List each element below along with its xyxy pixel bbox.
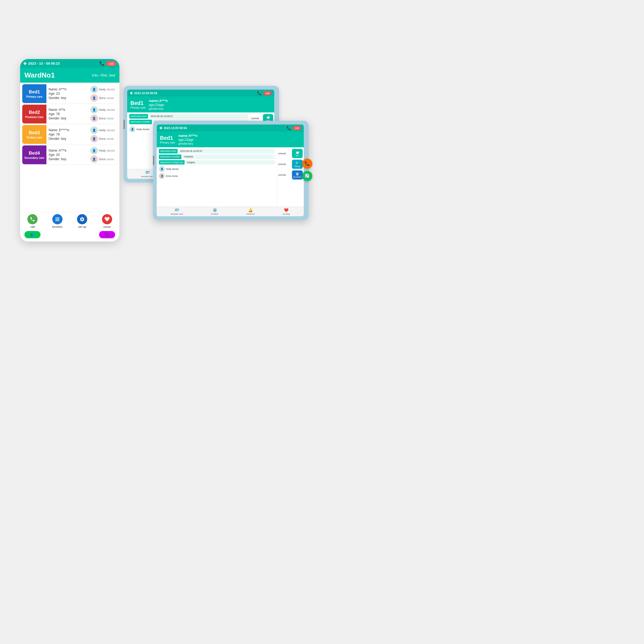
- ward-title: WardNo1: [24, 71, 55, 79]
- tablet-front-call-button[interactable]: call: [293, 126, 301, 130]
- bed4-nurse-row: 👤 Dora nurse: [90, 155, 115, 163]
- bed2-nurse-role: nurse: [107, 117, 114, 120]
- bed2-info: Name: A**e Age: 78 Gender: boy: [46, 106, 88, 122]
- function-icon: [52, 214, 63, 224]
- tablet-back-header: ✚ 2023.10.09 08:56 📞 call: [127, 90, 274, 97]
- tab-front-reinforce[interactable]: 🔔 reinforce: [246, 208, 255, 215]
- tab-bedside-card[interactable]: 🪪 bedside card: [141, 170, 153, 178]
- bed3-doctor-role: doctor: [107, 129, 115, 132]
- nav-function[interactable]: function: [52, 214, 63, 228]
- phone-bottom-nav: call function set up nurse: [20, 212, 119, 229]
- tab-front-nursing[interactable]: ❤️ nursing: [283, 208, 290, 215]
- bed4-label: Bed4 Secondary care: [22, 145, 46, 164]
- tablet-front-nurse-name: Dora nurse: [166, 175, 178, 177]
- tablet-front-prevention-button[interactable]: 🛡️ prevention: [292, 170, 303, 180]
- nurse-icon: [102, 214, 112, 224]
- bedside-card-label: bedside card: [141, 175, 153, 178]
- nav-nurse-label: nurse: [103, 225, 111, 228]
- tablet-front-allergy-label: allergy: [295, 165, 300, 167]
- table-row[interactable]: Bed4 Secondary care Name: A***e Age: 20 …: [22, 145, 117, 164]
- tablet-back-call-button[interactable]: call: [263, 91, 272, 95]
- bed1-name: Name: A***n: [49, 87, 86, 91]
- bed3-nurse-role: nurse: [107, 137, 114, 140]
- bed1-age: Age: 23: [49, 92, 86, 96]
- tablet-back-name: name:A***n: [149, 99, 168, 103]
- bed3-doctor-row: 👤 Hedy doctor: [90, 126, 115, 134]
- front-function-icon: ⚙️: [213, 208, 217, 212]
- bed4-name: Name: A***e: [49, 149, 86, 152]
- phone-header: ✚ 2023 - 10 - 09 09:23 📞 call: [20, 59, 119, 68]
- tablet-back-bed-care: Primary care: [130, 106, 146, 109]
- bed2-nurse-name: Dora: [99, 117, 105, 120]
- bed2-doctor-avatar: 👤: [90, 106, 98, 114]
- bed1-care: Primary care: [26, 95, 43, 98]
- tablet-front-diet-button[interactable]: 🍽️ diet: [292, 149, 303, 158]
- tablet-front-right-row2: normal 🔍 allergy: [278, 160, 303, 169]
- tab-front-function[interactable]: ⚙️ function: [211, 208, 218, 215]
- tablet-front-status1: normal: [278, 152, 286, 155]
- bed3-age: Age: 78: [49, 133, 86, 136]
- table-row[interactable]: Bed2 Premium Care Name: A**e Age: 78 Gen…: [22, 105, 117, 123]
- tablet-back-header-left: ✚ 2023.10.09 08:56: [130, 91, 157, 95]
- ward-banner: WardNo1 1No.~5No. bed: [20, 68, 119, 83]
- nav-call-label: call: [30, 225, 35, 228]
- table-row[interactable]: Bed1 Primary care Name: A***n Age: 23 Ge…: [22, 84, 117, 103]
- tablet-front-prevention-icon: 🛡️: [295, 172, 299, 176]
- tablet-front-bed-num: Bed1: [160, 135, 175, 141]
- tablet-front-screen: ✚ 2023.10.09 08:56 📞 call Bed1 Primary c…: [157, 125, 304, 216]
- tablet-front-right: normal 🍽️ diet normal 🔍 allergy normal: [277, 147, 304, 207]
- tablet-front-allergy-icon: 🔍: [295, 162, 299, 165]
- phone-call-button[interactable]: call: [106, 61, 116, 66]
- nav-setup[interactable]: set up: [77, 214, 87, 228]
- tablet-front-nurse-avatar: 👤: [159, 173, 165, 179]
- tablet-front-diet-label: diet: [296, 155, 299, 156]
- tablet-front-device: 📞 🔄 ✚ 2023.10.09 08:56 📞 call Bed1 Prima…: [153, 121, 309, 220]
- tablet-front-prevention-label: prevention: [293, 176, 302, 178]
- tab-front-bedside-card[interactable]: 🪪 bedside card: [171, 208, 183, 215]
- nav-call[interactable]: call: [27, 214, 38, 228]
- group-button[interactable]: 👥: [24, 231, 41, 238]
- bed1-doctor-avatar: 👤: [90, 86, 98, 93]
- bed3-doctor-avatar: 👤: [90, 126, 98, 134]
- tablet-back-side-bar: [123, 120, 125, 129]
- bed-list: Bed1 Primary care Name: A***n Age: 23 Ge…: [20, 83, 119, 212]
- tablet-front-header-right: 📞 call: [287, 126, 301, 130]
- tablet-front-department-row: department diagnosis surgery: [159, 160, 275, 165]
- call-bottom-icon: 📞: [105, 233, 109, 237]
- tablet-back-admission-time-value: 2023-09-28 14:00:57: [149, 114, 248, 119]
- bed3-nurse-avatar: 👤: [90, 135, 98, 142]
- phone-datetime: 2023 - 10 - 09 09:23: [28, 61, 60, 65]
- tablet-back-age: age:23age: [149, 103, 168, 107]
- bed3-staff: 👤 Hedy doctor 👤 Dora nurse: [88, 125, 117, 144]
- bed4-nurse-role: nurse: [107, 158, 114, 161]
- nav-nurse[interactable]: nurse: [102, 214, 112, 228]
- tablet-front-admission-time-row: admission time 2023-09-28 14:00:57: [159, 149, 275, 153]
- bed3-num: Bed3: [29, 130, 40, 136]
- bed1-nurse-row: 👤 Dora nurse: [90, 94, 115, 102]
- phone-icon: 📞: [99, 61, 105, 66]
- bed1-doctor-role: doctor: [107, 88, 115, 91]
- table-row[interactable]: Bed3 Tertiary care Name: E*****e Age: 78…: [22, 125, 117, 144]
- tablet-front-allergy-button[interactable]: 🔍 allergy: [292, 160, 303, 169]
- tablet-back-datetime: 2023.10.09 08:56: [134, 92, 157, 95]
- bed4-care: Secondary care: [24, 156, 45, 159]
- bed4-doctor-name: Hedy: [99, 149, 106, 152]
- tablet-front-doctor-avatar: 👤: [159, 166, 165, 172]
- bed4-info: Name: A***e Age: 20 Gender: boy: [46, 147, 88, 163]
- nav-function-label: function: [52, 225, 63, 228]
- phone-call-bottom-button[interactable]: 📞: [99, 231, 115, 238]
- bed3-info: Name: E*****e Age: 78 Gender: boy: [46, 127, 88, 142]
- float-refresh-button[interactable]: 🔄: [302, 171, 312, 181]
- tablet-back-status1: normal: [251, 117, 259, 120]
- bed2-doctor-name: Hedy: [99, 108, 106, 111]
- bedside-card-icon: 🪪: [145, 170, 150, 175]
- cross-icon: ✚: [23, 61, 27, 66]
- tablet-front-nurse-row: 👤 Dora nurse: [159, 173, 275, 179]
- bed4-doctor-role: doctor: [107, 149, 115, 152]
- tablet-front-admission-num-value: 7456456: [182, 155, 275, 159]
- float-call-button[interactable]: 📞: [302, 159, 312, 169]
- tablet-front-bed-id: Bed1 Primary care: [160, 135, 175, 144]
- bed4-gender: Gender: boy: [49, 157, 86, 161]
- tablet-front-right-row3: normal 🛡️ prevention: [278, 170, 303, 180]
- front-reinforce-icon: 🔔: [248, 208, 253, 212]
